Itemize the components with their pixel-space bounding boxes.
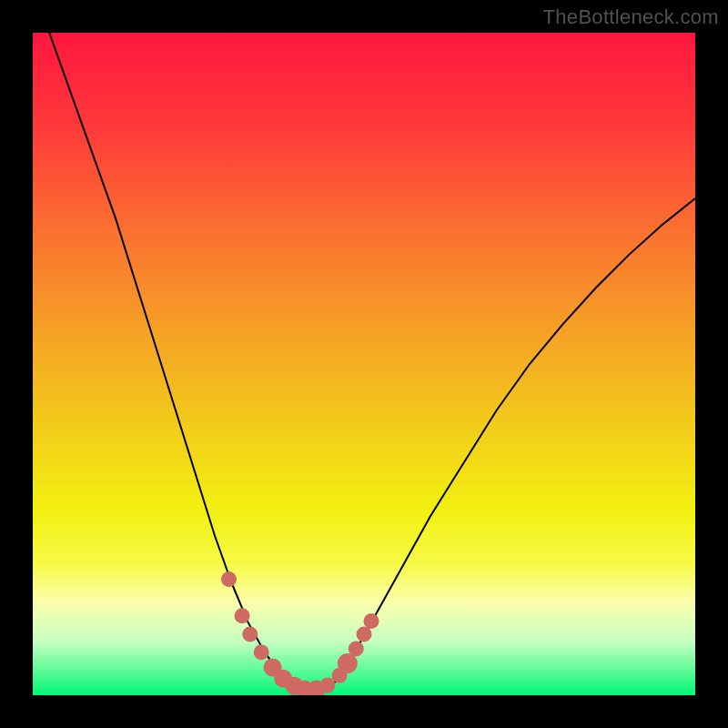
curve-marker [338,653,358,673]
curve-markers [221,571,379,695]
bottleneck-curve [33,33,695,692]
watermark-text: TheBottleneck.com [543,5,719,29]
curve-marker [254,644,269,660]
curve-marker [242,627,258,642]
curve-marker [349,642,364,657]
curve-marker [235,608,250,623]
curve-layer [33,33,695,695]
plot-area [33,33,695,695]
chart-container: TheBottleneck.com [0,0,728,728]
curve-marker [357,627,372,642]
curve-marker [221,571,237,587]
curve-marker [319,678,335,693]
curve-marker [364,613,379,629]
